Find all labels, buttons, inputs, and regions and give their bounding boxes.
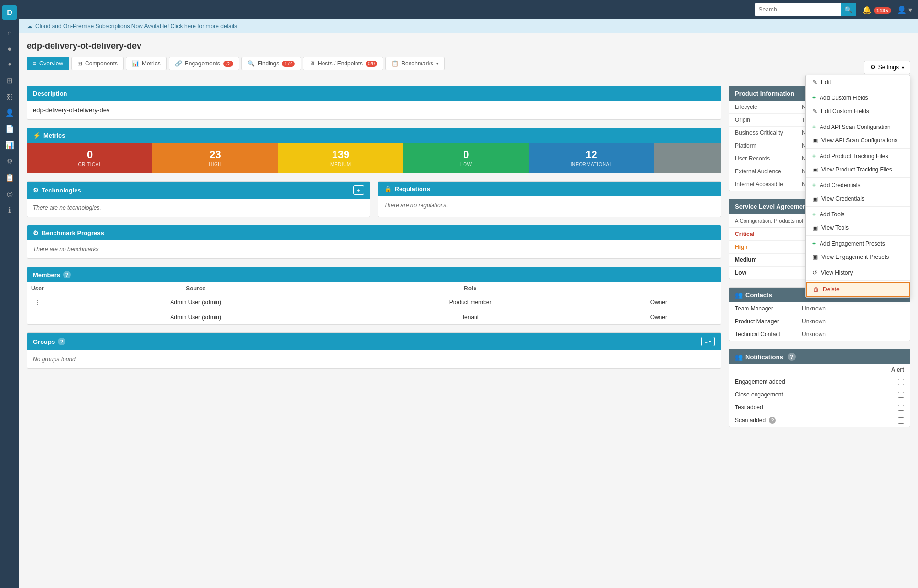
sidebar-item-configuration[interactable]: ⚙: [0, 153, 19, 170]
dropdown-edit[interactable]: ✎ Edit: [806, 75, 910, 89]
history-icon: ↺: [812, 269, 817, 276]
members-info-icon: ?: [63, 271, 71, 278]
sidebar-item-products[interactable]: ⊞: [0, 73, 19, 89]
dropdown-view-api-scan[interactable]: ▣ View API Scan Configurations: [806, 134, 910, 147]
add-engagement-presets-label: Add Engagement Presets: [820, 240, 885, 247]
dropdown-view-tools[interactable]: ▣ View Tools: [806, 221, 910, 235]
add-technology-button[interactable]: +: [353, 185, 364, 195]
sidebar-item-rules[interactable]: 📋: [0, 170, 19, 186]
dropdown-delete[interactable]: 🗑 Delete: [806, 282, 910, 297]
view-credentials-label: View Credentials: [821, 195, 864, 202]
dropdown-add-product-tracking[interactable]: + Add Product Tracking Files: [806, 150, 910, 163]
description-header: Description: [27, 86, 721, 101]
dropdown-edit-custom-fields[interactable]: ✎ Edit Custom Fields: [806, 105, 910, 118]
dropdown-add-engagement-presets[interactable]: + Add Engagement Presets: [806, 237, 910, 250]
view-tools-label: View Tools: [821, 225, 849, 231]
delete-icon: 🗑: [813, 286, 819, 293]
sla-title: Service Level Agreement: [735, 203, 809, 210]
notice-bar[interactable]: ☁ Cloud and On-Premise Subscriptions Now…: [19, 19, 918, 33]
divider-6: [806, 235, 910, 236]
app-logo[interactable]: D: [1, 4, 18, 21]
member-role-1: Owner: [597, 295, 721, 310]
dropdown-view-product-tracking[interactable]: ▣ View Product Tracking Files: [806, 163, 910, 176]
sidebar-item-home[interactable]: ⌂: [0, 25, 19, 41]
content-row: Description edp-delivery-ot-delivery-dev…: [27, 86, 910, 435]
product-manager-value: Unknown: [802, 318, 826, 325]
svg-text:D: D: [7, 9, 12, 17]
sla-medium-label: Medium: [735, 257, 756, 263]
col-source: Source: [48, 282, 344, 295]
sidebar-item-dashboard[interactable]: ●: [0, 41, 19, 56]
table-row: Admin User (admin) Tenant Owner: [27, 310, 721, 325]
metric-high[interactable]: 23 HIGH: [152, 143, 278, 173]
view-icon: ▣: [812, 166, 818, 173]
dropdown-add-tools[interactable]: + Add Tools: [806, 208, 910, 221]
critical-label: CRITICAL: [31, 162, 149, 167]
scan-added-checkbox[interactable]: [898, 417, 904, 424]
tab-findings[interactable]: 🔍 Findings 174: [241, 57, 301, 70]
metric-critical[interactable]: 0 CRITICAL: [27, 143, 152, 173]
metric-low[interactable]: 0 LOW: [403, 143, 529, 173]
user-menu-icon[interactable]: 👤 ▾: [897, 5, 912, 14]
benchmark-title: Benchmark Progress: [42, 229, 104, 236]
add-custom-fields-label: Add Custom Fields: [820, 95, 868, 101]
sidebar-item-metrics[interactable]: 📊: [0, 137, 19, 153]
tab-overview[interactable]: ≡ Overview: [27, 57, 69, 70]
search-button[interactable]: 🔍: [841, 3, 856, 16]
tab-engagements[interactable]: 🔗 Engagements 72: [169, 57, 239, 70]
view-history-label: View History: [821, 269, 853, 276]
sidebar-item-api[interactable]: ◎: [0, 186, 19, 202]
close-engagement-checkbox[interactable]: [898, 392, 904, 398]
metrics-header: ⚡ Metrics: [27, 128, 721, 143]
team-manager-value: Unknown: [802, 305, 826, 312]
groups-menu-button[interactable]: ≡ ▾: [701, 337, 715, 346]
add-icon: +: [812, 182, 816, 189]
benchmarks-icon: 📋: [391, 60, 399, 67]
add-icon: +: [812, 153, 816, 160]
regulations-body: There are no regulations.: [378, 196, 721, 214]
platform-label: Platform: [735, 142, 802, 149]
divider-8: [806, 280, 910, 281]
search-input[interactable]: [755, 3, 841, 16]
dropdown-view-engagement-presets[interactable]: ▣ View Engagement Presets: [806, 250, 910, 264]
lightning-icon: ⚡: [33, 132, 41, 139]
tab-overview-label: Overview: [39, 60, 63, 67]
members-body: User Source Role ⋮ Admin User (admin) Pr…: [27, 282, 721, 324]
dropdown-view-history[interactable]: ↺ View History: [806, 266, 910, 279]
settings-button[interactable]: ⚙ Settings ▾: [864, 61, 910, 74]
sidebar-item-engagements[interactable]: ⛓: [0, 89, 19, 105]
view-icon: ▣: [812, 254, 818, 260]
groups-card: Groups ? ≡ ▾ No groups found.: [27, 332, 721, 369]
main-content: edp-delivery-ot-delivery-dev ≡ Overview …: [19, 33, 918, 442]
notifications-items: Engagement added Close engagement Test a…: [729, 375, 910, 427]
metric-info[interactable]: 12 INFORMATIONAL: [529, 143, 654, 173]
notifications-info-icon: ?: [788, 353, 796, 361]
tab-endpoints[interactable]: 🖥 Hosts / Endpoints 0/0: [303, 57, 383, 70]
sidebar-item-about[interactable]: ℹ: [0, 202, 19, 218]
engagement-added-checkbox[interactable]: [898, 379, 904, 385]
bell-icon[interactable]: 🔔 1135: [862, 5, 891, 14]
sidebar-item-users[interactable]: 👤: [0, 105, 19, 121]
add-credentials-label: Add Credentials: [820, 182, 860, 189]
dropdown-add-api-scan[interactable]: + Add API Scan Configuration: [806, 120, 910, 134]
view-engagement-presets-label: View Engagement Presets: [821, 254, 889, 260]
add-icon: +: [812, 95, 816, 101]
close-engagement-label: Close engagement: [735, 391, 783, 398]
sidebar-item-reports[interactable]: 📄: [0, 121, 19, 137]
topbar: 🔍 🔔 1135 👤 ▾: [19, 0, 918, 19]
metric-medium[interactable]: 139 MEDIUM: [278, 143, 403, 173]
dropdown-add-credentials[interactable]: + Add Credentials: [806, 179, 910, 192]
tab-metrics[interactable]: 📊 Metrics: [126, 57, 167, 70]
member-actions[interactable]: ⋮: [27, 295, 48, 310]
dropdown-add-custom-fields[interactable]: + Add Custom Fields: [806, 91, 910, 105]
tab-components[interactable]: ⊞ Components: [71, 57, 124, 70]
dropdown-view-credentials[interactable]: ▣ View Credentials: [806, 192, 910, 205]
tab-benchmarks[interactable]: 📋 Benchmarks ▾: [385, 57, 445, 70]
divider-7: [806, 265, 910, 265]
members-card: Members ? User Source Role: [27, 267, 721, 325]
regulations-header: 🔒 Regulations: [378, 182, 721, 196]
col-role: Role: [344, 282, 597, 295]
member-user-2: Admin User (admin): [48, 310, 344, 325]
test-added-checkbox[interactable]: [898, 405, 904, 411]
sidebar-item-findings[interactable]: ✦: [0, 56, 19, 73]
